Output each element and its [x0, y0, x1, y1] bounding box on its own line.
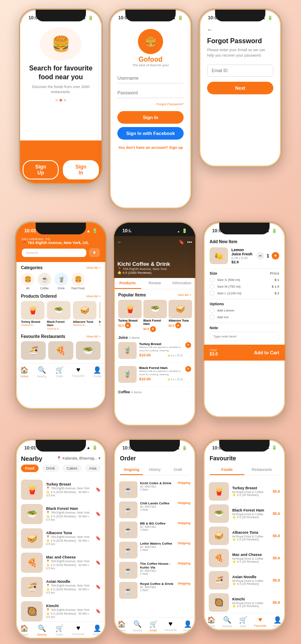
add-turkey-btn[interactable]: +: [125, 322, 131, 328]
nav-favourite[interactable]: ♥Favourite: [72, 366, 84, 378]
email-input[interactable]: [207, 65, 273, 77]
add-to-cart-footer[interactable]: ITEM $3.0 Add to Cart: [204, 345, 285, 361]
rest-3[interactable]: 🥗: [76, 341, 101, 360]
order-chili[interactable]: ☕ Chili Lands Coffee ID: 4567343 1 Item …: [119, 501, 190, 518]
facebook-signin-button[interactable]: Sign In with Facebook: [117, 127, 184, 140]
fav-asian[interactable]: 🍜 Asian Noodle 🍽 Royal Drink & Coffee ⭐ …: [209, 571, 280, 589]
option-lemon-radio[interactable]: [210, 308, 215, 313]
nav-order-nearby[interactable]: 🛒Order: [55, 624, 64, 636]
fav-tuna[interactable]: 🥪 Albacore Tuna 🍽 Royal Drink & Coffee ⭐…: [209, 527, 280, 545]
nav-order-orders[interactable]: 🛒Order: [149, 620, 158, 632]
tab-draft[interactable]: Draft: [166, 465, 189, 475]
bookmark-asian[interactable]: 🔖: [96, 584, 101, 589]
signin-button[interactable]: Sign In: [63, 160, 99, 179]
fav-kimchi[interactable]: 🥘 Kimchi 🍽 Royal Drink & Coffee ⭐ 4.3 (2…: [209, 593, 280, 612]
food-tuna[interactable]: 🥪 Albacore Tuna 📍 76A Eighth Avenue, New…: [21, 528, 101, 548]
size-l-option[interactable]: Size L (1100 ml) $ 2: [210, 291, 279, 296]
password-input[interactable]: [117, 88, 184, 98]
bookmark-mac[interactable]: 🔖: [96, 560, 101, 565]
popular-see-all[interactable]: See All >: [178, 293, 191, 297]
tab-review[interactable]: Review: [141, 278, 169, 289]
nav-profile[interactable]: 👤Profile: [93, 366, 101, 378]
categories-view-all[interactable]: View All >: [86, 266, 101, 270]
food-blackforest[interactable]: 🥗 Black Forest Ham 📍 76A Eighth Avenue, …: [21, 504, 101, 524]
popular-blackforest[interactable]: 🥗 Black Forest Ham $2.5 +: [143, 300, 167, 332]
tab-food[interactable]: Food: [21, 465, 39, 472]
tab-foods-fav[interactable]: Foods: [210, 465, 244, 475]
tab-asia[interactable]: Asia: [85, 465, 101, 472]
size-m-radio[interactable]: [210, 284, 215, 289]
location-selector[interactable]: 📍 Kalanala, Bhavnag... ▾: [57, 456, 101, 460]
category-coffee[interactable]: ☕ Coffee: [38, 273, 51, 290]
nav-profile-nearby[interactable]: 👤Profile: [93, 624, 101, 636]
size-m-option[interactable]: Size M (750 ml) $ 1.5: [210, 284, 279, 289]
option-lemon[interactable]: Add Lemon: [210, 308, 279, 313]
size-s-radio[interactable]: [210, 277, 215, 282]
tab-cakes[interactable]: Cakes: [62, 465, 82, 472]
quantity-increase-button[interactable]: +: [272, 252, 279, 260]
back-arrow-icon[interactable]: ←: [207, 26, 273, 33]
order-coffeehouse[interactable]: ☕ The Coffee House - Kuhic Via ID: 45673…: [119, 562, 190, 579]
tab-restaurants-fav[interactable]: Restaurants: [244, 465, 279, 475]
bookmark-turkey[interactable]: 🔖: [96, 487, 101, 492]
category-all[interactable]: 🍔 All: [21, 273, 34, 290]
option-ice[interactable]: Add Ice: [210, 314, 279, 319]
signin-button[interactable]: Sign In: [117, 111, 184, 124]
size-s-option[interactable]: Size S (500 ml) $ 1: [210, 277, 279, 282]
bookmark-kimchi[interactable]: 🔖: [96, 609, 101, 613]
bookmark-icon[interactable]: 🔖: [179, 239, 184, 245]
menu-turkey[interactable]: 🧋 Turkey Breast Matcha milk tea special …: [118, 342, 191, 363]
fav-bf[interactable]: 🥗 Black Forest Ham 🍽 Royal Drink & Coffe…: [209, 504, 280, 523]
forgot-password-link[interactable]: Forgot Password?: [156, 102, 184, 106]
tab-history[interactable]: History: [143, 465, 166, 475]
add-tuna-btn[interactable]: +: [175, 322, 181, 328]
tab-drink[interactable]: Drink: [42, 465, 59, 472]
add-turkey-menu-btn[interactable]: +: [185, 342, 191, 348]
product-turkey[interactable]: 🍟 Turkey Breast Seafood &...: [21, 301, 44, 330]
fav-mac[interactable]: 🍕 Mac and Cheese 🍽 Royal Drink & Coffee …: [209, 549, 280, 567]
signup-button[interactable]: Sign Up: [23, 160, 59, 179]
category-drink[interactable]: 🧋 Drink: [54, 273, 68, 290]
add-to-cart-button[interactable]: Add to Cart: [254, 350, 279, 355]
food-turkey[interactable]: 🍟 Turkey Breast 📍 76A Eighth Avenue, New…: [21, 480, 101, 500]
nav-nearby-orders[interactable]: 🔍Nearby: [133, 620, 143, 632]
order-kichi[interactable]: ☕ Kichi Cofee & Drink ID: 4567342 1 Item…: [119, 481, 190, 498]
nav-order[interactable]: 🛒Order: [55, 366, 64, 378]
nav-home-orders[interactable]: 🏠Home: [117, 620, 126, 632]
quantity-decrease-button[interactable]: −: [257, 252, 264, 260]
bookmark-bf[interactable]: 🔖: [96, 512, 101, 516]
nav-nearby-nearby[interactable]: 🔍Nearby: [37, 624, 47, 636]
search-bar[interactable]: Search: [22, 249, 86, 257]
fav-turkey[interactable]: 🍟 Turkey Breast 🍽 Royal Drink & Coffee ⭐…: [209, 482, 280, 501]
nav-nearby[interactable]: 🔍Nearby: [37, 366, 47, 378]
food-asian[interactable]: 🍜 Asian Noodle 📍 76A Eighth Avenue, New …: [21, 577, 101, 597]
nav-profile-orders[interactable]: 👤Profile: [184, 620, 192, 632]
popular-turkey[interactable]: 🍟 Turkey Breast $2.5 +: [118, 300, 142, 332]
order-royal[interactable]: ☕ Royal Coffee & Drink ID: 4567343 1 Ite…: [119, 582, 190, 599]
nav-fav-fav[interactable]: ♥Favourite: [254, 616, 266, 628]
products-view-all[interactable]: View All >: [86, 294, 101, 298]
rest-2[interactable]: 🍕: [48, 341, 73, 360]
add-bf-btn[interactable]: +: [150, 326, 156, 332]
nav-profile-fav[interactable]: 👤Profile: [273, 616, 282, 628]
size-l-radio[interactable]: [210, 291, 215, 296]
add-bf-menu-btn[interactable]: +: [185, 366, 191, 372]
menu-blackforest[interactable]: 🧋 Black Forest Ham Matcha milk tea speci…: [118, 366, 191, 387]
tab-ongoing[interactable]: Ongoing: [120, 465, 143, 475]
username-input[interactable]: [117, 73, 184, 83]
category-fastfood[interactable]: 🍔 Fast Food: [71, 273, 85, 290]
order-lettie[interactable]: ☕ Lettie Waters Coffee ID: 4567343 1 Ite…: [119, 542, 190, 558]
product-ma[interactable]: 🍕 Ma... Che...: [99, 301, 101, 330]
popular-tuna[interactable]: 🥪 Albacore Tuna $2.5 +: [169, 300, 192, 332]
product-blackforest[interactable]: 🥗 Black Forest Ham Seafood &...: [47, 301, 70, 330]
product-tuna[interactable]: 🥪 Albacore Tuna Seafood &...: [73, 301, 96, 330]
nav-home-fav[interactable]: 🏠Home: [207, 616, 215, 628]
order-bb[interactable]: ☕ BB & BG Coffee ID: 4567342 1 Item Ship…: [119, 522, 190, 538]
option-ice-radio[interactable]: [210, 314, 215, 319]
nav-home[interactable]: 🏠Home: [20, 366, 29, 378]
nav-order-fav[interactable]: 🛒Date: [239, 616, 247, 628]
note-input[interactable]: [210, 332, 279, 341]
nav-home-nearby[interactable]: 🏠Home: [20, 624, 29, 636]
next-button[interactable]: Next: [207, 82, 273, 94]
food-mac[interactable]: 🍕 Mac and Cheese 📍 76A Eighth Avenue, Ne…: [21, 553, 101, 573]
